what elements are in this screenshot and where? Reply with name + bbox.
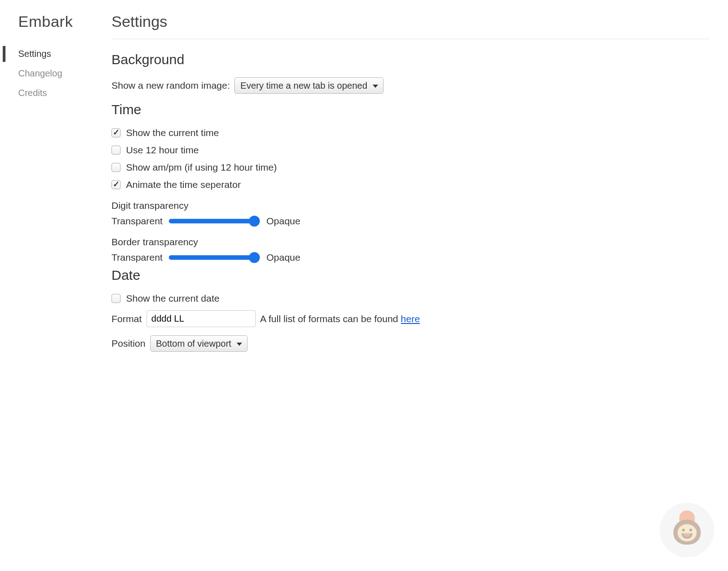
section-heading-background: Background [111, 52, 710, 67]
date-format-hint: A full list of formats can be found here [260, 313, 420, 324]
use-12h-row[interactable]: Use 12 hour time [111, 145, 710, 156]
animate-separator-checkbox[interactable] [111, 180, 121, 189]
sidebar: Embark Settings Changelog Credits [0, 0, 111, 360]
show-current-time-checkbox[interactable] [111, 128, 121, 137]
border-transparency-min: Transparent [111, 252, 162, 263]
border-transparency-slider[interactable] [169, 255, 260, 260]
animate-separator-row[interactable]: Animate the time seperator [111, 179, 710, 190]
use-12h-label: Use 12 hour time [126, 145, 199, 156]
sidebar-item-label: Changelog [18, 68, 62, 78]
date-format-input[interactable] [147, 310, 256, 327]
digit-transparency-max: Opaque [266, 216, 300, 227]
monkey-logo-icon [660, 503, 714, 557]
main-content: Settings Background Show a new random im… [111, 0, 728, 360]
sidebar-item-changelog[interactable]: Changelog [0, 64, 111, 83]
show-current-time-row[interactable]: Show the current time [111, 127, 710, 138]
show-ampm-checkbox[interactable] [111, 163, 121, 172]
sidebar-item-settings[interactable]: Settings [0, 44, 111, 64]
show-current-date-checkbox[interactable] [111, 294, 121, 303]
brand-title: Embark [0, 13, 111, 44]
random-image-select[interactable]: Every time a new tab is opened [234, 77, 384, 94]
section-heading-time: Time [111, 102, 710, 117]
show-ampm-label: Show am/pm (if using 12 hour time) [126, 162, 277, 173]
digit-transparency-min: Transparent [111, 216, 162, 227]
show-ampm-row[interactable]: Show am/pm (if using 12 hour time) [111, 162, 710, 173]
border-transparency-label: Border transparency [111, 237, 710, 248]
sidebar-item-credits[interactable]: Credits [0, 83, 111, 103]
border-transparency-max: Opaque [266, 252, 300, 263]
date-position-select[interactable]: Bottom of viewport [150, 335, 248, 352]
animate-separator-label: Animate the time seperator [126, 179, 241, 190]
date-format-label: Format [111, 313, 142, 324]
page-title: Settings [111, 13, 710, 39]
digit-transparency-slider[interactable] [169, 219, 260, 223]
show-current-date-row[interactable]: Show the current date [111, 293, 710, 304]
use-12h-checkbox[interactable] [111, 146, 121, 155]
date-position-label: Position [111, 338, 146, 349]
random-image-label: Show a new random image: [111, 80, 230, 91]
sidebar-item-label: Settings [18, 49, 51, 59]
show-current-time-label: Show the current time [126, 127, 219, 138]
show-current-date-label: Show the current date [126, 293, 219, 304]
sidebar-item-label: Credits [18, 88, 47, 98]
digit-transparency-label: Digit transparency [111, 200, 710, 211]
date-format-help-link[interactable]: here [401, 313, 420, 324]
section-heading-date: Date [111, 268, 710, 283]
